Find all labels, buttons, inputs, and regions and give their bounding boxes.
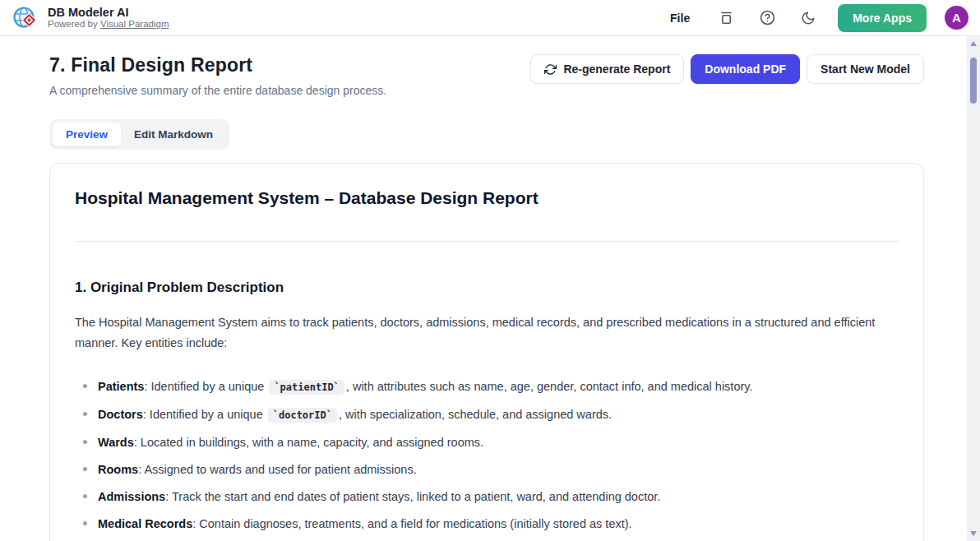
entity-list-item: Patients: Identified by a unique `patien… [75,376,899,398]
dark-mode-button[interactable] [797,7,820,30]
content-container: 7. Final Design Report A comprehensive s… [49,54,924,541]
tab-preview[interactable]: Preview [53,123,121,146]
app-header: DB Modeler AI Powered by Visual Paradigm… [0,0,980,36]
app-title: DB Modeler AI [48,6,169,20]
regenerate-report-label: Re-generate Report [563,62,670,76]
entity-list-item: Medical Records: Contain diagnoses, trea… [75,513,899,534]
archive-button[interactable] [714,7,737,30]
start-new-model-button[interactable]: Start New Model [807,54,924,84]
scrollbar-thumb[interactable] [970,58,977,104]
more-apps-button[interactable]: More Apps [838,4,927,32]
brand-block: DB Modeler AI Powered by Visual Paradigm [48,6,169,30]
report-intro: The Hospital Management System aims to t… [75,312,899,354]
scrollbar-down-arrow-icon[interactable] [970,531,977,536]
entity-list-item: Wards: Located in buildings, with a name… [75,432,899,453]
help-button[interactable] [756,7,779,30]
app-logo [12,4,39,32]
entity-list: Patients: Identified by a unique `patien… [75,376,899,541]
visual-paradigm-logo-icon [12,4,39,32]
avatar[interactable]: A [945,6,968,30]
page-title: 7. Final Design Report [49,54,386,76]
title-block: 7. Final Design Report A comprehensive s… [49,54,386,97]
entity-name: Rooms [98,463,138,476]
header-actions: File More Apps A [663,4,968,32]
tab-edit-markdown[interactable]: Edit Markdown [121,123,226,146]
regenerate-report-button[interactable]: Re-generate Report [530,54,684,84]
scrollbar-up-arrow-icon[interactable] [970,41,977,46]
archive-icon [719,10,734,25]
page-body: 7. Final Design Report A comprehensive s… [0,36,967,541]
page-subtitle: A comprehensive summary of the entire da… [49,84,386,97]
report-title: Hospital Management System – Database De… [75,188,899,208]
entity-list-item: Rooms: Assigned to wards and used for pa… [75,459,899,480]
entity-name: Medical Records [98,517,192,530]
moon-icon [801,11,816,25]
report-card: Hospital Management System – Database De… [49,163,924,541]
download-pdf-button[interactable]: Download PDF [691,54,800,84]
help-icon [760,10,775,25]
action-buttons: Re-generate Report Download PDF Start Ne… [530,54,924,84]
entity-name: Admissions [98,490,165,503]
entity-name: Doctors [98,408,143,421]
inline-code: `patientID` [269,380,344,395]
powered-by: Powered by Visual Paradigm [48,19,169,30]
entity-name: Patients [98,380,144,393]
entity-name: Wards [98,436,134,449]
vertical-scrollbar[interactable] [967,36,980,541]
powered-by-prefix: Powered by [48,19,98,29]
view-tabs: Preview Edit Markdown [49,119,229,150]
entity-list-item: Doctors: Identified by a unique `doctorI… [75,404,899,426]
section-heading: 1. Original Problem Description [75,280,899,296]
refresh-icon [544,63,557,76]
report-divider [75,241,899,242]
toolbar-row: 7. Final Design Report A comprehensive s… [49,54,924,97]
visual-paradigm-link[interactable]: Visual Paradigm [100,19,169,29]
inline-code: `doctorID` [268,408,337,423]
entity-list-item: Admissions: Track the start and end date… [75,486,899,507]
file-menu[interactable]: File [663,8,696,28]
